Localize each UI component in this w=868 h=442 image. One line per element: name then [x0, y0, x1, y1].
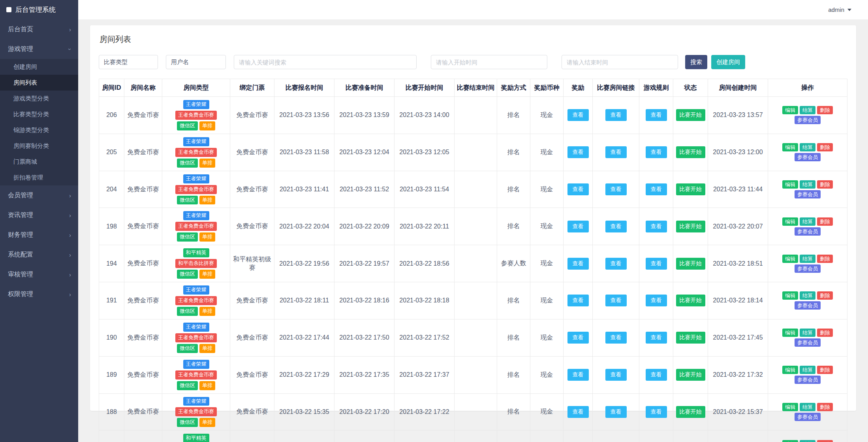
status-badge[interactable]: 比赛开始 — [676, 369, 705, 381]
edit-button[interactable]: 编辑 — [782, 180, 798, 189]
room-link-view-button[interactable]: 查看 — [605, 406, 627, 418]
edit-button[interactable]: 编辑 — [782, 291, 798, 300]
rules-view-button[interactable]: 查看 — [646, 183, 667, 195]
sidebar-item[interactable]: 会员管理› — [0, 185, 78, 205]
create-room-button[interactable]: 创建房间 — [711, 55, 745, 69]
reward-view-button[interactable]: 查看 — [567, 406, 589, 418]
status-badge[interactable]: 比赛开始 — [676, 146, 705, 158]
sidebar-subitem[interactable]: 创建房间 — [0, 59, 78, 75]
sidebar-item[interactable]: 后台首页› — [0, 19, 78, 39]
delete-button[interactable]: 删除 — [817, 291, 833, 300]
delete-button[interactable]: 删除 — [817, 366, 833, 374]
keyword-search-input[interactable] — [234, 55, 417, 69]
rules-view-button[interactable]: 查看 — [646, 258, 667, 270]
room-link-view-button[interactable]: 查看 — [605, 295, 627, 306]
settle-button[interactable]: 结算 — [800, 440, 815, 442]
delete-button[interactable]: 删除 — [817, 329, 833, 337]
sidebar-subitem[interactable]: 房间赛制分类 — [0, 138, 78, 154]
status-badge[interactable]: 比赛开始 — [676, 221, 705, 232]
members-button[interactable]: 参赛会员 — [795, 116, 821, 124]
sidebar-item[interactable]: 系统配置› — [0, 245, 78, 264]
status-badge[interactable]: 比赛开始 — [676, 183, 705, 195]
settle-button[interactable]: 结算 — [800, 291, 815, 300]
members-button[interactable]: 参赛会员 — [795, 376, 821, 384]
rules-view-button[interactable]: 查看 — [646, 295, 667, 306]
sidebar-item[interactable]: 游戏管理› — [0, 39, 78, 59]
settle-button[interactable]: 结算 — [800, 143, 815, 151]
room-type-tag: 微信区 — [177, 196, 198, 205]
reward-view-button[interactable]: 查看 — [567, 295, 589, 306]
reward-view-button[interactable]: 查看 — [567, 369, 589, 381]
end-time-input[interactable] — [562, 55, 678, 69]
sidebar-subitem[interactable]: 房间列表 — [0, 75, 78, 91]
settle-button[interactable]: 结算 — [800, 255, 815, 263]
members-button[interactable]: 参赛会员 — [795, 338, 821, 347]
delete-button[interactable]: 删除 — [817, 217, 833, 226]
reward-view-button[interactable]: 查看 — [567, 332, 589, 344]
settle-button[interactable]: 结算 — [800, 217, 815, 226]
delete-button[interactable]: 删除 — [817, 106, 833, 114]
edit-button[interactable]: 编辑 — [782, 366, 798, 374]
members-button[interactable]: 参赛会员 — [795, 413, 821, 421]
settle-button[interactable]: 结算 — [800, 106, 815, 114]
reward-view-button[interactable]: 查看 — [567, 146, 589, 158]
rules-view-button[interactable]: 查看 — [646, 221, 667, 232]
delete-button[interactable]: 删除 — [817, 440, 833, 442]
delete-button[interactable]: 删除 — [817, 180, 833, 189]
sidebar-subitem[interactable]: 比赛类型分类 — [0, 106, 78, 122]
user-menu[interactable]: admin — [828, 6, 851, 13]
edit-button[interactable]: 编辑 — [782, 329, 798, 337]
status-badge[interactable]: 比赛开始 — [676, 406, 705, 418]
status-badge[interactable]: 比赛开始 — [676, 332, 705, 344]
sidebar-item[interactable]: 财务管理› — [0, 225, 78, 245]
settle-button[interactable]: 结算 — [800, 329, 815, 337]
delete-button[interactable]: 删除 — [817, 255, 833, 263]
room-link-view-button[interactable]: 查看 — [605, 221, 627, 232]
sidebar-item[interactable]: 权限管理› — [0, 284, 78, 304]
match-type-select[interactable]: 比赛类型 — [99, 55, 158, 69]
delete-button[interactable]: 删除 — [817, 143, 833, 151]
reward-view-button[interactable]: 查看 — [567, 183, 589, 195]
reward-view-button[interactable]: 查看 — [567, 258, 589, 270]
sidebar-subitem[interactable]: 锦游类型分类 — [0, 122, 78, 138]
start-time-input[interactable] — [431, 55, 547, 69]
members-button[interactable]: 参赛会员 — [795, 227, 821, 236]
rules-view-button[interactable]: 查看 — [646, 109, 667, 121]
room-link-view-button[interactable]: 查看 — [605, 109, 627, 121]
edit-button[interactable]: 编辑 — [782, 255, 798, 263]
edit-button[interactable]: 编辑 — [782, 143, 798, 151]
rules-view-button[interactable]: 查看 — [646, 332, 667, 344]
sidebar-subitem[interactable]: 游戏类型分类 — [0, 91, 78, 106]
sidebar-subitem[interactable]: 门票商城 — [0, 154, 78, 170]
delete-button[interactable]: 删除 — [817, 403, 833, 411]
members-button[interactable]: 参赛会员 — [795, 301, 821, 310]
sidebar-subitem[interactable]: 折扣卷管理 — [0, 170, 78, 185]
room-link-view-button[interactable]: 查看 — [605, 369, 627, 381]
settle-button[interactable]: 结算 — [800, 366, 815, 374]
status-badge[interactable]: 比赛开始 — [676, 258, 705, 270]
room-link-view-button[interactable]: 查看 — [605, 258, 627, 270]
rules-view-button[interactable]: 查看 — [646, 406, 667, 418]
rules-view-button[interactable]: 查看 — [646, 146, 667, 158]
status-badge[interactable]: 比赛开始 — [676, 109, 705, 121]
edit-button[interactable]: 编辑 — [782, 403, 798, 411]
reward-view-button[interactable]: 查看 — [567, 109, 589, 121]
sidebar-item[interactable]: 审核管理› — [0, 264, 78, 284]
room-link-view-button[interactable]: 查看 — [605, 332, 627, 344]
sidebar-item[interactable]: 资讯管理› — [0, 205, 78, 225]
search-button[interactable]: 搜索 — [685, 55, 707, 69]
room-link-view-button[interactable]: 查看 — [605, 183, 627, 195]
settle-button[interactable]: 结算 — [800, 180, 815, 189]
members-button[interactable]: 参赛会员 — [795, 264, 821, 273]
settle-button[interactable]: 结算 — [800, 403, 815, 411]
room-link-view-button[interactable]: 查看 — [605, 146, 627, 158]
members-button[interactable]: 参赛会员 — [795, 153, 821, 161]
members-button[interactable]: 参赛会员 — [795, 190, 821, 198]
reward-view-button[interactable]: 查看 — [567, 221, 589, 232]
edit-button[interactable]: 编辑 — [782, 217, 798, 226]
rules-view-button[interactable]: 查看 — [646, 369, 667, 381]
edit-button[interactable]: 编辑 — [782, 440, 798, 442]
status-badge[interactable]: 比赛开始 — [676, 295, 705, 306]
edit-button[interactable]: 编辑 — [782, 106, 798, 114]
username-select[interactable]: 用户名 — [166, 55, 226, 69]
